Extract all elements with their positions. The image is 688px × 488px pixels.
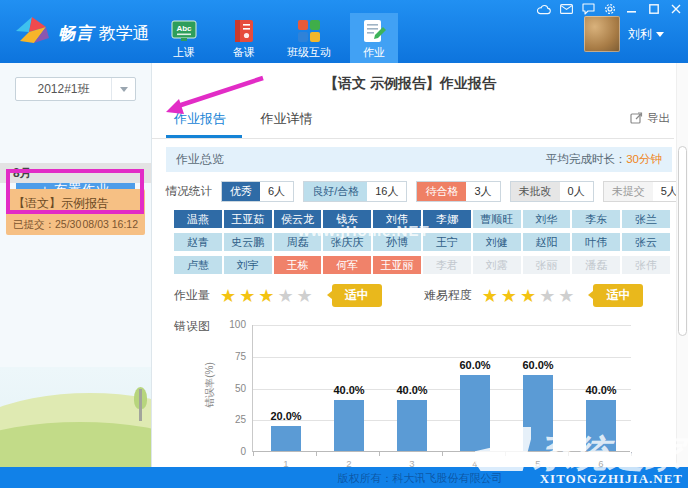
badge-count: 0人 [560, 182, 593, 201]
bar-value-label: 40.0% [319, 384, 379, 396]
chart-title: 错误图 [174, 318, 210, 335]
nav-item-homework[interactable]: 作业 [350, 13, 398, 63]
student-cell[interactable]: 赵阳 [523, 233, 571, 251]
student-cell[interactable]: 张云 [622, 233, 670, 251]
nav-item-class[interactable]: Abc上课 [160, 13, 208, 63]
status-badge-good: 良好/合格16人 [303, 181, 407, 202]
star-empty-icon: ★ [539, 287, 555, 305]
badge-count: 3人 [466, 182, 499, 201]
student-cell[interactable]: 温燕 [174, 210, 222, 228]
nav-item-prep[interactable]: 备课 [220, 13, 268, 63]
main-nav: Abc上课备课班级互动作业 [160, 13, 410, 63]
student-cell[interactable]: 李娜 [423, 210, 471, 228]
star-filled-icon: ★ [501, 287, 517, 305]
badge-label: 未批改 [511, 182, 560, 201]
student-cell[interactable]: 李东 [572, 210, 620, 228]
student-cell[interactable]: 刘华 [523, 210, 571, 228]
tab-homework-report[interactable]: 作业报告 [174, 110, 226, 128]
student-cell[interactable]: 曹顺旺 [473, 210, 521, 228]
student-cell[interactable]: 刘露 [473, 256, 521, 274]
student-cell[interactable]: 赵青 [174, 233, 222, 251]
maximize-icon[interactable] [647, 3, 661, 15]
y-tick-label: 25 [214, 414, 246, 425]
scrollbar-track[interactable] [676, 63, 688, 467]
student-cell[interactable]: 孙博 [373, 233, 421, 251]
cloud-icon[interactable] [537, 3, 551, 15]
minimize-icon[interactable] [625, 3, 639, 15]
x-tick-mark [253, 452, 254, 456]
star-empty-icon: ★ [297, 287, 313, 305]
star-filled-icon: ★ [258, 287, 274, 305]
student-cell[interactable]: 刘伟 [373, 210, 421, 228]
student-cell[interactable]: 张庆庆 [323, 233, 371, 251]
student-cell[interactable]: 王亚丽 [373, 256, 421, 274]
students-grid: 温燕王亚茹侯云龙钱东刘伟李娜曹顺旺刘华李东张兰赵青史云鹏周磊张庆庆孙博王宁刘健赵… [174, 210, 670, 274]
close-icon[interactable] [669, 3, 683, 15]
x-tick-mark [316, 452, 317, 456]
nav-item-interact[interactable]: 班级互动 [280, 13, 338, 63]
student-cell[interactable]: 侯云龙 [274, 210, 322, 228]
app-window: 畅言 教学通 Abc上课备课班级互动作业 刘利 2012#1班 + 布置作业 8… [0, 0, 688, 488]
brand-name-rest: 教学通 [99, 24, 150, 43]
error-rate-chart: 错误率(%) 20.0%140.0%240.0%360.0%460.0%540.… [214, 318, 654, 478]
nav-item-label: 备课 [233, 45, 255, 60]
homework-list-item[interactable]: 【语文】示例报告 已提交：25/30 08/03 16:12 [6, 189, 145, 235]
bar-value-label: 60.0% [508, 359, 568, 371]
x-tick-mark [631, 452, 632, 456]
badge-label: 待合格 [417, 182, 466, 201]
class-selector[interactable]: 2012#1班 [15, 77, 136, 101]
chart-bar [586, 400, 616, 451]
star-empty-icon: ★ [277, 287, 293, 305]
badge-count: 16人 [367, 182, 406, 201]
gear-icon[interactable] [603, 3, 617, 15]
x-tick-mark [568, 452, 569, 456]
student-cell[interactable]: 何军 [323, 256, 371, 274]
star-filled-icon: ★ [482, 287, 498, 305]
student-cell[interactable]: 刘健 [473, 233, 521, 251]
homework-card-submitted: 已提交：25/30 [13, 218, 81, 232]
student-cell[interactable]: 史云鹏 [224, 233, 272, 251]
student-cell[interactable]: 张伟 [622, 256, 670, 274]
student-cell[interactable]: 钱东 [323, 210, 371, 228]
student-cell[interactable]: 刘宇 [224, 256, 272, 274]
user-menu[interactable]: 刘利 [584, 16, 664, 52]
status-badge-ungraded: 未批改0人 [510, 181, 594, 202]
chart-bar [523, 375, 553, 451]
student-cell[interactable]: 王栋 [274, 256, 322, 274]
copyright-text: 版权所有：科大讯飞股份有限公司 [152, 471, 688, 486]
bar-value-label: 60.0% [445, 359, 505, 371]
student-cell[interactable]: 周磊 [274, 233, 322, 251]
homework-card-time: 08/03 16:12 [83, 218, 138, 232]
scrollbar-thumb[interactable] [678, 146, 687, 336]
chevron-down-icon [120, 87, 128, 92]
star-filled-icon: ★ [220, 287, 236, 305]
chat-icon[interactable] [581, 3, 595, 15]
y-tick-label: 0 [214, 446, 246, 457]
gridline [253, 357, 631, 358]
gridline [253, 325, 631, 326]
chart-bar [460, 375, 490, 451]
chart-bar [271, 426, 301, 451]
badge-label: 未提交 [604, 182, 653, 201]
export-button[interactable]: 导出 [630, 111, 670, 126]
student-cell[interactable]: 张丽 [523, 256, 571, 274]
report-tabs: 作业报告 作业详情 [174, 109, 342, 128]
student-cell[interactable]: 叶伟 [572, 233, 620, 251]
student-cell[interactable]: 王亚茹 [224, 210, 272, 228]
avatar[interactable] [584, 16, 620, 52]
student-cell[interactable]: 张兰 [622, 210, 670, 228]
page-title: 【语文 示例报告】作业报告 [152, 75, 668, 93]
class-icon: Abc [171, 18, 197, 44]
mail-icon[interactable] [559, 3, 573, 15]
export-label: 导出 [647, 111, 670, 126]
student-cell[interactable]: 卢慧 [174, 256, 222, 274]
student-cell[interactable]: 潘磊 [572, 256, 620, 274]
tabs-divider [152, 138, 674, 139]
class-selector-dropdown-button[interactable] [111, 78, 135, 100]
star-rating: ★★★★★ [482, 287, 578, 305]
badge-label: 良好/合格 [304, 182, 367, 201]
tab-homework-detail[interactable]: 作业详情 [260, 110, 312, 128]
student-cell[interactable]: 王宁 [423, 233, 471, 251]
chart-bar [397, 400, 427, 451]
student-cell[interactable]: 李君 [423, 256, 471, 274]
